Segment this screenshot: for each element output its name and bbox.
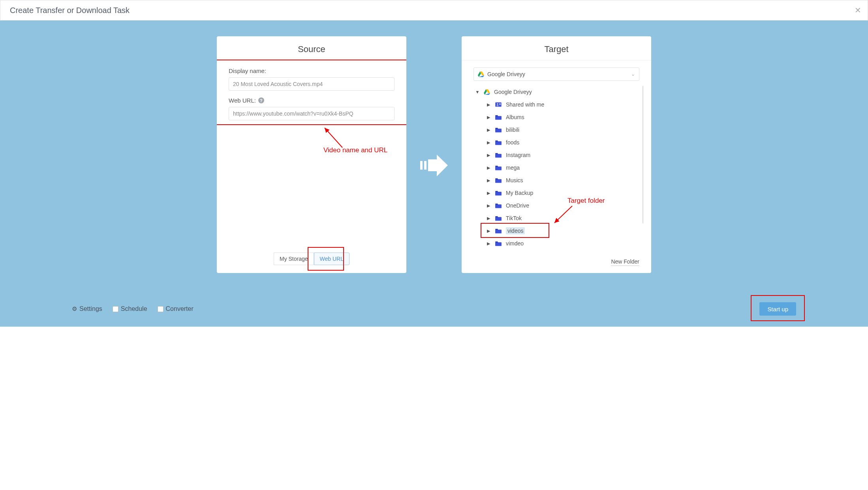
tree-root-label: Google Driveyy	[494, 89, 532, 95]
tree-item[interactable]: ▶foods	[473, 136, 639, 149]
tree-item[interactable]: ▶Shared with me	[473, 98, 639, 111]
shared-icon	[495, 102, 502, 107]
caret-right-icon: ▶	[486, 216, 491, 221]
modal-body: Source Display name: Web URL: ?	[0, 21, 868, 327]
caret-right-icon: ▶	[486, 178, 491, 183]
new-folder-button[interactable]: New Folder	[611, 258, 639, 266]
modal-title: Create Transfer or Download Task	[10, 6, 130, 15]
tree-item-label: TikTok	[506, 215, 522, 221]
converter-checkbox[interactable]: Converter	[158, 305, 194, 312]
folder-tree: ▼ Google Driveyy ▶Shared with me▶Albums▶…	[473, 86, 643, 255]
tree-item-label: Shared with me	[506, 101, 544, 108]
tree-item-label: Albums	[506, 114, 524, 120]
tree-item-label: foods	[506, 139, 519, 146]
svg-rect-2	[424, 161, 426, 170]
tab-my-storage[interactable]: My Storage	[274, 252, 314, 265]
schedule-checkbox[interactable]: Schedule	[113, 305, 147, 312]
caret-right-icon: ▶	[486, 241, 491, 246]
tree-item-label: videos	[506, 227, 525, 234]
folder-icon	[495, 228, 502, 234]
checkbox-icon	[113, 306, 118, 312]
tree-root[interactable]: ▼ Google Driveyy	[473, 86, 639, 98]
folder-icon	[495, 114, 502, 120]
checkbox-icon	[158, 306, 163, 312]
caret-right-icon: ▶	[486, 203, 491, 208]
source-panel: Source Display name: Web URL: ?	[217, 36, 406, 273]
svg-rect-1	[420, 161, 423, 170]
svg-rect-6	[499, 104, 501, 105]
gear-icon: ⚙	[72, 305, 77, 312]
annotation-arrow-source	[323, 126, 346, 151]
caret-right-icon: ▶	[486, 191, 491, 196]
google-drive-icon	[484, 89, 490, 95]
folder-icon	[495, 178, 502, 183]
start-button[interactable]: Start up	[759, 302, 796, 316]
settings-button[interactable]: ⚙ Settings	[72, 305, 102, 312]
svg-point-4	[497, 103, 498, 105]
tree-item-label: My Backup	[506, 190, 533, 196]
web-url-label: Web URL: ?	[229, 97, 395, 104]
tree-item[interactable]: ▶bilibili	[473, 123, 639, 136]
caret-right-icon: ▶	[486, 102, 491, 107]
tree-item[interactable]: ▶vimdeo	[473, 237, 639, 250]
tree-item-label: Instagram	[506, 152, 530, 158]
google-drive-icon	[478, 71, 484, 77]
tree-item-label: mega	[506, 165, 520, 171]
caret-right-icon: ▶	[486, 115, 491, 120]
folder-icon	[495, 190, 502, 196]
modal-header: Create Transfer or Download Task ✕	[0, 0, 868, 21]
tree-item[interactable]: ▶Musics	[473, 174, 639, 187]
svg-rect-5	[499, 103, 501, 104]
folder-icon	[495, 152, 502, 158]
tree-item-label: OneDrive	[506, 202, 529, 209]
tree-item-label: vimdeo	[506, 240, 524, 247]
close-icon[interactable]: ✕	[855, 6, 861, 15]
bottom-bar: ⚙ Settings Schedule Converter Start up	[72, 302, 796, 316]
tree-item-label: bilibili	[506, 127, 519, 133]
caret-right-icon: ▶	[486, 140, 491, 145]
tree-item[interactable]: ▶OneDrive	[473, 199, 639, 212]
source-tabs: My Storage Web URL	[274, 252, 349, 265]
web-url-input[interactable]	[229, 107, 395, 120]
caret-right-icon: ▶	[486, 127, 491, 133]
tree-item[interactable]: ▶Instagram	[473, 149, 639, 161]
tab-web-url[interactable]: Web URL	[314, 252, 349, 265]
tree-item[interactable]: ▶My Backup	[473, 187, 639, 199]
target-panel: Target Google Driveyy ⌄ ▼	[462, 36, 651, 273]
chevron-down-icon: ⌄	[631, 71, 635, 77]
target-title: Target	[462, 36, 651, 60]
display-name-input[interactable]	[229, 77, 395, 91]
folder-icon	[495, 127, 502, 133]
display-name-label: Display name:	[229, 67, 395, 74]
caret-right-icon: ▶	[486, 228, 491, 234]
folder-icon	[495, 140, 502, 145]
tree-item[interactable]: ▶TikTok	[473, 212, 639, 224]
target-account-name: Google Driveyy	[487, 71, 525, 77]
tree-item[interactable]: ▶mega	[473, 161, 639, 174]
svg-line-0	[325, 128, 342, 148]
folder-icon	[495, 165, 502, 170]
caret-right-icon: ▶	[486, 165, 491, 170]
help-icon[interactable]: ?	[258, 97, 264, 103]
folder-icon	[495, 241, 502, 246]
target-account-selector[interactable]: Google Driveyy ⌄	[473, 67, 639, 81]
annotation-text-source: Video name and URL	[323, 146, 387, 154]
scrollbar[interactable]	[643, 86, 643, 224]
transfer-arrow-icon	[420, 155, 448, 178]
folder-icon	[495, 215, 502, 221]
folder-icon	[495, 203, 502, 208]
tree-item[interactable]: ▶Albums	[473, 111, 639, 123]
tree-item[interactable]: ▶videos	[473, 224, 639, 237]
tree-item-label: Musics	[506, 177, 523, 183]
caret-down-icon: ▼	[475, 90, 480, 94]
caret-right-icon: ▶	[486, 153, 491, 158]
source-title: Source	[217, 36, 406, 60]
